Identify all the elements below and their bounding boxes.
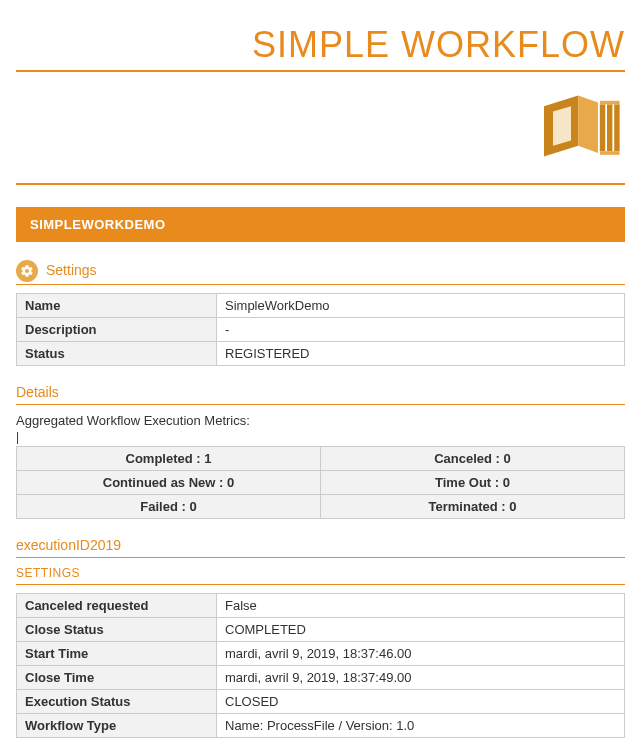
start-time-value: mardi, avril 9, 2019, 18:37:46.00	[217, 642, 625, 666]
page-title: SIMPLE WORKFLOW	[16, 24, 625, 66]
table-row: Description -	[17, 318, 625, 342]
execution-sub-heading: SETTINGS	[16, 566, 625, 585]
execution-table: Canceled requested False Close Status CO…	[16, 593, 625, 738]
banner-title: SIMPLEWORKDEMO	[16, 207, 625, 242]
settings-name-value: SimpleWorkDemo	[217, 294, 625, 318]
settings-table: Name SimpleWorkDemo Description - Status…	[16, 293, 625, 366]
header-divider	[16, 70, 625, 72]
execution-heading-label: executionID2019	[16, 537, 121, 555]
settings-name-label: Name	[17, 294, 217, 318]
table-row: Execution Status CLOSED	[17, 690, 625, 714]
table-row: Name SimpleWorkDemo	[17, 294, 625, 318]
metrics-table: Completed : 1 Canceled : 0 Continued as …	[16, 446, 625, 519]
svg-rect-5	[614, 104, 619, 151]
svg-rect-4	[607, 104, 612, 151]
table-row: Status REGISTERED	[17, 342, 625, 366]
details-heading: Details	[16, 384, 625, 405]
table-row: Close Time mardi, avril 9, 2019, 18:37:4…	[17, 666, 625, 690]
settings-description-label: Description	[17, 318, 217, 342]
metric-terminated: Terminated : 0	[321, 495, 625, 519]
canceled-requested-label: Canceled requested	[17, 594, 217, 618]
table-row: Start Time mardi, avril 9, 2019, 18:37:4…	[17, 642, 625, 666]
metric-time-out: Time Out : 0	[321, 471, 625, 495]
metric-canceled: Canceled : 0	[321, 447, 625, 471]
settings-heading-label: Settings	[46, 262, 97, 280]
svg-marker-1	[578, 95, 598, 153]
svg-marker-7	[600, 151, 620, 155]
metric-continued-as-new: Continued as New : 0	[17, 471, 321, 495]
workflow-logo-icon	[535, 88, 625, 167]
settings-status-label: Status	[17, 342, 217, 366]
close-time-label: Close Time	[17, 666, 217, 690]
close-status-label: Close Status	[17, 618, 217, 642]
metric-completed: Completed : 1	[17, 447, 321, 471]
settings-description-value: -	[217, 318, 625, 342]
details-heading-label: Details	[16, 384, 59, 402]
close-status-value: COMPLETED	[217, 618, 625, 642]
table-row: Close Status COMPLETED	[17, 618, 625, 642]
header-divider-2	[16, 183, 625, 185]
cursor-line: |	[16, 430, 625, 444]
execution-status-value: CLOSED	[217, 690, 625, 714]
metric-failed: Failed : 0	[17, 495, 321, 519]
settings-heading: Settings	[16, 260, 625, 285]
table-row: Canceled requested False	[17, 594, 625, 618]
workflow-type-value: Name: ProcessFile / Version: 1.0	[217, 714, 625, 738]
metrics-caption: Aggregated Workflow Execution Metrics:	[16, 413, 625, 428]
table-row: Workflow Type Name: ProcessFile / Versio…	[17, 714, 625, 738]
execution-sub-heading-label: SETTINGS	[16, 566, 80, 582]
svg-marker-6	[600, 101, 620, 105]
table-row: Completed : 1 Canceled : 0	[17, 447, 625, 471]
workflow-type-label: Workflow Type	[17, 714, 217, 738]
table-row: Failed : 0 Terminated : 0	[17, 495, 625, 519]
close-time-value: mardi, avril 9, 2019, 18:37:49.00	[217, 666, 625, 690]
svg-rect-3	[600, 104, 605, 151]
canceled-requested-value: False	[217, 594, 625, 618]
logo-row	[16, 76, 625, 179]
start-time-label: Start Time	[17, 642, 217, 666]
execution-status-label: Execution Status	[17, 690, 217, 714]
execution-heading: executionID2019	[16, 537, 625, 558]
settings-status-value: REGISTERED	[217, 342, 625, 366]
svg-marker-2	[553, 106, 571, 146]
settings-icon	[16, 260, 38, 282]
table-row: Continued as New : 0 Time Out : 0	[17, 471, 625, 495]
